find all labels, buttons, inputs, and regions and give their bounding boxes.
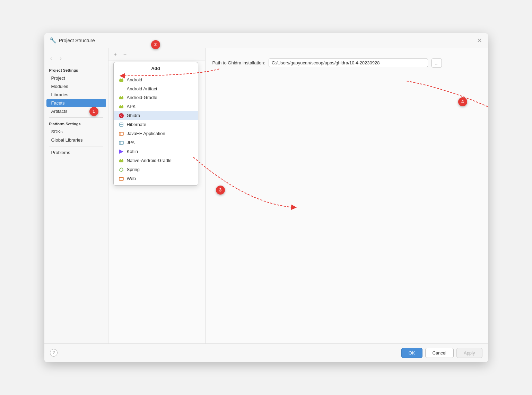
svg-marker-17 — [119, 150, 123, 154]
close-button[interactable]: ✕ — [477, 38, 482, 43]
browse-button[interactable]: ... — [431, 59, 442, 68]
svg-point-2 — [122, 78, 123, 79]
sidebar-item-project[interactable]: Project — [46, 74, 106, 82]
add-facet-button[interactable]: + — [111, 50, 120, 59]
svg-rect-0 — [119, 79, 123, 82]
path-row: Path to Ghidra installation: ... — [212, 59, 481, 68]
right-panel-container: + − Add Android Android — [108, 48, 488, 343]
svg-rect-18 — [119, 160, 123, 162]
apply-button[interactable]: Apply — [456, 348, 482, 358]
dropdown-item-web[interactable]: Web — [114, 174, 198, 183]
dropdown-item-kotlin[interactable]: Kotlin — [114, 147, 198, 156]
svg-rect-13 — [119, 132, 123, 135]
sidebar-item-modules[interactable]: Modules — [46, 82, 106, 90]
sidebar-item-sdks[interactable]: SDKs — [46, 128, 106, 136]
title-bar: 🔧 Project Structure ✕ — [44, 33, 488, 48]
dropdown-item-jpa[interactable]: JPA — [114, 138, 198, 147]
dropdown-item-android-artifact[interactable]: Android Artifact — [114, 84, 198, 93]
sidebar-item-libraries[interactable]: Libraries — [46, 91, 106, 99]
dialog-icon: 🔧 — [50, 37, 56, 44]
dialog-title: Project Structure — [59, 38, 477, 43]
svg-rect-3 — [119, 97, 123, 99]
svg-point-19 — [120, 159, 121, 160]
forward-button[interactable]: › — [57, 54, 65, 63]
kotlin-icon — [119, 149, 124, 154]
help-button[interactable]: ? — [50, 349, 58, 357]
facets-panel: + − Add Android Android — [108, 48, 206, 343]
svg-rect-6 — [119, 106, 123, 108]
dropdown-item-javaee[interactable]: JavaEE Application — [114, 129, 198, 138]
dropdown-item-android-gradle[interactable]: Android-Gradle — [114, 93, 198, 102]
ok-button[interactable]: OK — [401, 348, 422, 358]
sidebar-item-artifacts[interactable]: Artifacts — [46, 107, 106, 115]
sidebar-divider-2 — [49, 146, 103, 146]
svg-point-20 — [122, 159, 123, 160]
remove-facet-button[interactable]: − — [121, 50, 129, 59]
android-icon — [119, 77, 124, 83]
sidebar-item-global-libraries[interactable]: Global Libraries — [46, 136, 106, 144]
apk-icon — [119, 104, 124, 109]
main-content: ‹ › Project Settings Project Modules Lib… — [44, 48, 488, 343]
platform-settings-section: Platform Settings — [44, 120, 108, 127]
dropdown-title: Add — [114, 64, 198, 74]
sidebar: ‹ › Project Settings Project Modules Lib… — [44, 48, 108, 343]
svg-point-1 — [120, 78, 121, 79]
hibernate-icon — [119, 122, 124, 127]
project-structure-dialog: 🔧 Project Structure ✕ ‹ › Project Settin… — [44, 33, 488, 362]
facets-toolbar: + − — [108, 48, 205, 61]
cancel-button[interactable]: Cancel — [425, 348, 454, 358]
dropdown-item-ghidra[interactable]: Ghidra — [114, 111, 198, 120]
dropdown-item-native[interactable]: Native-Android-Gradle — [114, 156, 198, 165]
sidebar-nav: ‹ › — [44, 52, 108, 65]
detail-content: Path to Ghidra installation: ... — [206, 48, 488, 343]
sidebar-item-facets[interactable]: Facets — [46, 99, 106, 107]
web-icon — [119, 176, 124, 181]
back-button[interactable]: ‹ — [47, 54, 55, 63]
svg-rect-22 — [119, 177, 123, 178]
svg-point-4 — [120, 96, 121, 97]
dropdown-item-apk[interactable]: APK — [114, 102, 198, 111]
detail-panel: Path to Ghidra installation: ... — [206, 48, 488, 343]
native-android-icon — [119, 158, 124, 163]
svg-point-10 — [121, 115, 122, 116]
svg-point-5 — [122, 96, 123, 97]
javaee-icon — [119, 131, 124, 136]
jpa-icon — [119, 140, 124, 145]
dropdown-item-spring[interactable]: Spring — [114, 165, 198, 174]
android-gradle-icon — [119, 95, 124, 100]
dropdown-item-android[interactable]: Android — [114, 75, 198, 84]
dropdown-item-hibernate[interactable]: Hibernate — [114, 120, 198, 129]
svg-point-8 — [122, 105, 123, 106]
ghidra-icon — [119, 113, 124, 118]
svg-point-7 — [120, 105, 121, 106]
project-settings-section: Project Settings — [44, 66, 108, 74]
sidebar-item-problems[interactable]: Problems — [46, 149, 106, 156]
path-input[interactable] — [269, 59, 428, 67]
add-dropdown: Add Android Android Artifact — [113, 62, 198, 186]
bottom-bar: ? OK Cancel Apply — [44, 343, 488, 362]
spring-icon — [119, 167, 124, 172]
svg-rect-15 — [119, 141, 123, 144]
path-label: Path to Ghidra installation: — [212, 60, 265, 65]
sidebar-divider — [49, 117, 103, 118]
